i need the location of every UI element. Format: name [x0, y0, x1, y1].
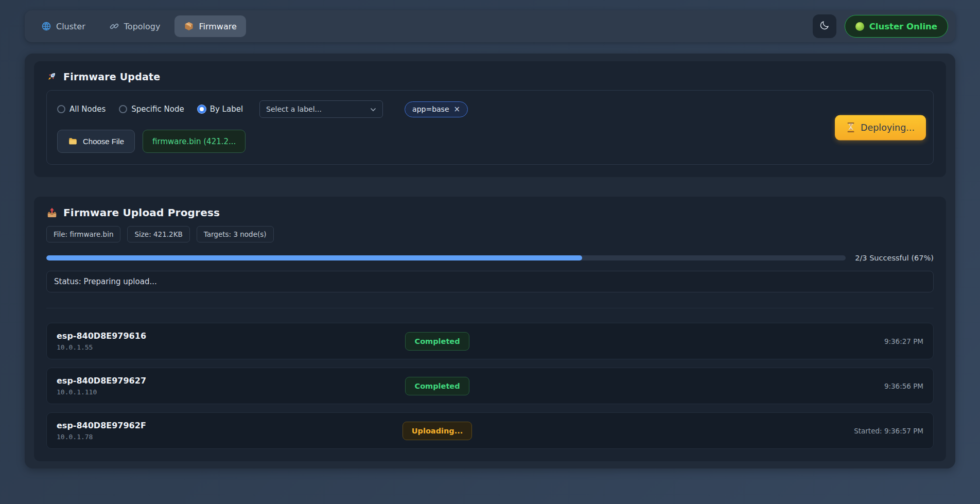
tab-cluster[interactable]: Cluster: [32, 15, 95, 37]
node-row: esp-840D8E97962F 10.0.1.78 Uploading... …: [46, 412, 934, 449]
cluster-status-badge: Cluster Online: [845, 15, 948, 38]
node-upload-list: esp-840D8E979616 10.0.1.55 Completed 9:3…: [46, 308, 934, 449]
upload-progress-fill: [46, 255, 582, 260]
meta-size-badge: Size: 421.2KB: [127, 226, 189, 242]
progress-summary-label: 2/3 Successful (67%): [855, 254, 934, 262]
meta-file-badge: File: firmware.bin: [46, 226, 120, 242]
radio-specific-node[interactable]: Specific Node: [119, 105, 184, 114]
label-chip-text: app=base: [412, 105, 449, 113]
green-dot-icon: [855, 22, 864, 31]
deploy-target-form: All Nodes Specific Node By Label Select …: [46, 90, 934, 165]
folder-icon: [68, 136, 78, 146]
choose-file-label: Choose File: [83, 137, 124, 146]
upload-meta-row: File: firmware.bin Size: 421.2KB Targets…: [46, 226, 934, 242]
radio-by-label[interactable]: By Label: [198, 105, 243, 114]
link-icon: [109, 21, 119, 31]
radio-all-nodes[interactable]: All Nodes: [57, 105, 106, 114]
node-status: Uploading...: [402, 422, 472, 440]
upload-status-box: Status: Preparing upload...: [46, 271, 934, 292]
tab-topology[interactable]: Topology: [100, 15, 170, 37]
selected-file-badge: firmware.bin (421.2...: [143, 130, 246, 153]
radio-label: By Label: [210, 105, 243, 114]
top-nav: Cluster Topology Firmware: [25, 10, 955, 42]
radio-label: Specific Node: [131, 105, 184, 114]
outbox-tray-icon: [46, 207, 58, 218]
status-badge: Completed: [405, 332, 469, 351]
tab-label: Cluster: [56, 22, 85, 31]
upload-progress-title: Firmware Upload Progress: [46, 206, 934, 219]
meta-targets-badge: Targets: 3 node(s): [197, 226, 274, 242]
card-title-text: Firmware Update: [63, 71, 160, 82]
upload-progress-card: Firmware Upload Progress File: firmware.…: [34, 197, 946, 461]
label-chip-app-base: app=base ×: [405, 101, 468, 117]
deploy-button[interactable]: Deploying...: [835, 115, 926, 140]
selected-file-name: firmware.bin (421.2...: [152, 137, 236, 146]
status-badge: Uploading...: [402, 422, 472, 440]
tab-firmware[interactable]: Firmware: [174, 15, 246, 37]
radio-by-label-input[interactable]: [198, 105, 206, 113]
choose-file-button[interactable]: Choose File: [57, 130, 135, 153]
node-row: esp-840D8E979627 10.0.1.110 Completed 9:…: [46, 368, 934, 404]
tab-label: Topology: [124, 22, 161, 31]
radio-all-nodes-input[interactable]: [57, 105, 65, 113]
firmware-update-title: Firmware Update: [46, 71, 934, 82]
target-mode-row: All Nodes Specific Node By Label Select …: [57, 100, 923, 118]
radio-specific-node-input[interactable]: [119, 105, 127, 113]
label-select-dropdown[interactable]: Select a label...: [259, 100, 383, 118]
main-panel: Firmware Update All Nodes Specific Node …: [25, 54, 955, 468]
chevron-down-icon: [370, 105, 376, 113]
radio-label: All Nodes: [69, 105, 106, 114]
chip-remove-icon[interactable]: ×: [454, 105, 461, 114]
node-time: 9:36:27 PM: [469, 337, 923, 345]
node-status: Completed: [405, 377, 469, 395]
label-select-value: Select a label...: [266, 105, 322, 113]
upload-progress-bar: [46, 255, 846, 260]
node-time: Started: 9:36:57 PM: [472, 427, 923, 435]
card-title-text: Firmware Upload Progress: [63, 206, 220, 219]
node-time: 9:36:56 PM: [469, 382, 923, 390]
globe-icon: [41, 21, 51, 31]
status-badge: Completed: [405, 377, 469, 395]
rocket-icon: [46, 71, 58, 82]
tab-label: Firmware: [199, 22, 236, 31]
theme-toggle-button[interactable]: [813, 14, 836, 38]
progress-row: 2/3 Successful (67%): [46, 254, 934, 262]
node-status: Completed: [405, 332, 469, 351]
crescent-moon-icon: [819, 20, 830, 33]
deploy-button-label: Deploying...: [861, 123, 915, 133]
hourglass-icon: [846, 123, 855, 133]
file-row: Choose File firmware.bin (421.2...: [57, 130, 923, 153]
package-icon: [184, 21, 194, 31]
cluster-status-label: Cluster Online: [869, 22, 937, 31]
firmware-update-card: Firmware Update All Nodes Specific Node …: [34, 61, 946, 177]
node-row: esp-840D8E979616 10.0.1.55 Completed 9:3…: [46, 323, 934, 359]
